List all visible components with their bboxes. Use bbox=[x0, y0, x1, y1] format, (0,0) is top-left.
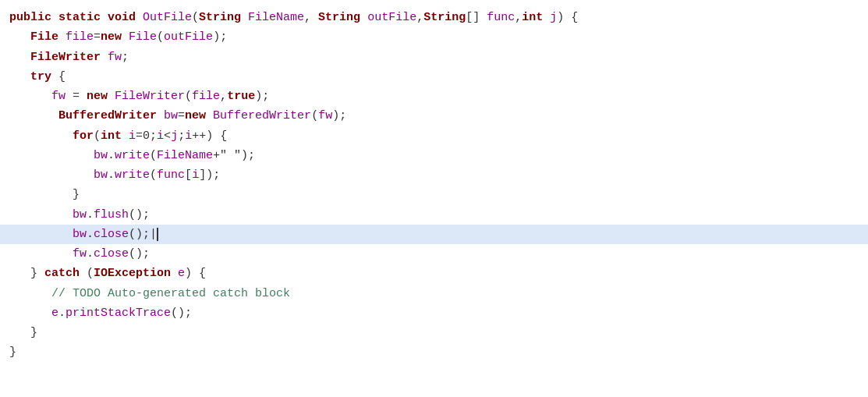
code-segment: ( bbox=[157, 30, 164, 44]
code-segment: | bbox=[150, 228, 158, 241]
code-segment: ) { bbox=[557, 11, 578, 24]
code-segment: printStackTrace bbox=[66, 307, 171, 320]
code-segment: i bbox=[192, 168, 199, 182]
code-segment bbox=[9, 70, 30, 83]
code-segment: flush bbox=[94, 208, 129, 222]
code-segment: ( bbox=[87, 267, 94, 280]
code-editor: public static void OutFile(String FileNa… bbox=[0, 0, 868, 397]
code-segment: ]); bbox=[199, 168, 220, 182]
code-line: bw.write(FileName+" "); bbox=[0, 146, 868, 165]
code-line: try { bbox=[0, 67, 868, 87]
code-segment: +" "); bbox=[213, 149, 255, 162]
code-segment: int bbox=[101, 129, 129, 143]
code-segment: Auto-generated catch block bbox=[101, 287, 290, 300]
code-segment: . bbox=[108, 168, 115, 182]
code-segment: fw bbox=[318, 109, 332, 122]
code-segment: ); bbox=[255, 90, 269, 103]
code-segment: , bbox=[304, 11, 318, 24]
code-segment: i bbox=[129, 129, 136, 143]
code-segment: ( bbox=[185, 90, 192, 103]
code-line: } catch (IOException e) { bbox=[0, 264, 868, 283]
code-segment: public static void bbox=[9, 11, 143, 24]
code-line: // TODO Auto-generated catch block bbox=[0, 284, 868, 303]
code-segment: . bbox=[87, 228, 94, 241]
code-segment: ++) { bbox=[192, 129, 227, 143]
code-segment bbox=[9, 228, 73, 241]
code-segment bbox=[9, 168, 94, 182]
code-segment: new bbox=[185, 109, 213, 122]
code-segment: OutFile bbox=[143, 11, 192, 24]
code-segment bbox=[9, 51, 30, 64]
code-segment: [ bbox=[185, 168, 192, 182]
code-segment: = bbox=[178, 109, 185, 122]
code-segment bbox=[9, 149, 94, 162]
code-segment: i bbox=[157, 129, 164, 143]
code-segment: . bbox=[108, 149, 115, 162]
code-segment: close bbox=[94, 228, 129, 241]
code-segment: . bbox=[58, 307, 66, 320]
code-segment: file bbox=[192, 90, 220, 103]
code-segment: BufferedWriter bbox=[213, 109, 311, 122]
code-segment: catch bbox=[44, 267, 87, 280]
code-segment: func bbox=[157, 168, 185, 182]
code-segment bbox=[9, 247, 73, 261]
code-segment: bw bbox=[73, 208, 87, 222]
code-segment: FileWriter bbox=[115, 90, 185, 103]
code-segment: , bbox=[416, 11, 423, 24]
code-segment: . bbox=[87, 208, 94, 222]
code-segment: } bbox=[9, 188, 80, 201]
code-segment: (); bbox=[129, 247, 150, 261]
code-segment: =0; bbox=[136, 129, 157, 143]
code-segment: ) { bbox=[185, 267, 206, 280]
code-segment: ); bbox=[213, 30, 227, 44]
code-segment: write bbox=[115, 149, 150, 162]
code-line: bw.close();| bbox=[0, 225, 868, 244]
code-segment bbox=[9, 208, 73, 222]
code-segment: { bbox=[51, 70, 66, 83]
code-segment: (); bbox=[129, 208, 150, 222]
code-segment: true bbox=[227, 90, 255, 103]
code-segment bbox=[9, 307, 51, 320]
code-segment: . bbox=[87, 247, 94, 261]
code-segment: bw bbox=[94, 168, 108, 182]
code-segment: j bbox=[550, 11, 557, 24]
code-segment: , bbox=[515, 11, 522, 24]
code-line: fw.close(); bbox=[0, 244, 868, 264]
code-segment: fw bbox=[73, 247, 87, 261]
code-segment: , bbox=[220, 90, 227, 103]
code-segment: = bbox=[94, 30, 101, 44]
code-segment: (); bbox=[129, 228, 150, 241]
code-segment: ( bbox=[192, 11, 199, 24]
code-segment: ; bbox=[122, 51, 129, 64]
code-segment: fw bbox=[51, 90, 66, 103]
code-segment: } bbox=[9, 267, 44, 280]
code-segment: } bbox=[9, 346, 16, 359]
code-line: BufferedWriter bw=new BufferedWriter(fw)… bbox=[0, 106, 868, 126]
code-segment: IOException bbox=[94, 267, 178, 280]
code-segment: bw bbox=[73, 228, 87, 241]
code-segment: FileName bbox=[248, 11, 304, 24]
code-line: File file=new File(outFile); bbox=[0, 27, 868, 47]
code-line: public static void OutFile(String FileNa… bbox=[0, 8, 868, 27]
code-segment: ( bbox=[94, 129, 101, 143]
code-line: } bbox=[0, 323, 868, 342]
code-segment: String bbox=[199, 11, 248, 24]
code-line: bw.flush(); bbox=[0, 205, 868, 225]
code-segment: } bbox=[9, 326, 37, 339]
code-segment: try bbox=[30, 70, 51, 83]
code-segment: File bbox=[30, 30, 66, 44]
code-segment: String bbox=[423, 11, 466, 24]
code-segment: func bbox=[487, 11, 515, 24]
code-segment: ; bbox=[178, 129, 185, 143]
code-segment: bw bbox=[94, 149, 108, 162]
code-segment: // bbox=[9, 287, 73, 300]
code-line: FileWriter fw; bbox=[0, 48, 868, 67]
code-segment: (); bbox=[171, 307, 192, 320]
code-segment: ( bbox=[150, 149, 157, 162]
code-segment: new bbox=[87, 90, 115, 103]
code-segment: for bbox=[73, 129, 94, 143]
code-line: for(int i=0;i<j;i++) { bbox=[0, 126, 868, 146]
code-segment: BufferedWriter bbox=[51, 109, 164, 122]
code-segment: ); bbox=[332, 109, 346, 122]
code-segment: j bbox=[171, 129, 178, 143]
